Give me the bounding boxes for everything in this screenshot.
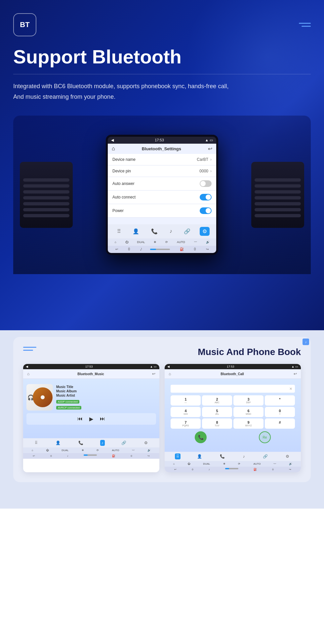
phone-tab-grid[interactable]: ⠿ xyxy=(175,453,181,459)
music-tab-settings[interactable]: ⚙ xyxy=(143,440,149,446)
pc-fan[interactable]: ❄ xyxy=(223,462,225,465)
mc-home[interactable]: ⌂ xyxy=(31,449,33,452)
phone-content: ✕ 1— 2ABC 3DEF xyxy=(165,379,301,452)
setting-auto-answer[interactable]: Auto answer xyxy=(108,177,216,191)
phone-status-bar: ◀ 17:53 ▲ ▭ xyxy=(165,364,301,369)
key-hash[interactable]: # xyxy=(265,418,295,429)
pc-power[interactable]: ⏻ xyxy=(187,462,190,465)
ctrl-home[interactable]: ⌂ xyxy=(114,240,116,244)
album-art: 🎧 xyxy=(26,384,53,411)
tab-link-icon[interactable]: 🔗 xyxy=(181,227,193,236)
tablet-controls-bar: ⌂ ⏻ DUAL ❄ ⟳ AUTO 〰 🔊 xyxy=(108,238,216,246)
phone-home-icon[interactable]: ⌂ xyxy=(167,371,172,377)
auto-connect-toggle[interactable] xyxy=(200,194,212,200)
music-tab-phone[interactable]: 📞 xyxy=(77,440,85,446)
pc-recycle[interactable]: ⟳ xyxy=(238,462,240,465)
tab-grid-icon[interactable]: ⠿ xyxy=(114,227,124,236)
sl-progress[interactable] xyxy=(150,249,170,250)
phone-tab-link[interactable]: 🔗 xyxy=(262,453,269,459)
sl-zero1: 0 xyxy=(128,247,130,251)
music-tab-link[interactable]: 🔗 xyxy=(120,440,128,446)
phone-tab-settings[interactable]: ⚙ xyxy=(284,453,291,459)
music-home-icon[interactable]: ⌂ xyxy=(26,371,31,377)
power-toggle[interactable] xyxy=(200,207,212,214)
back-arrow[interactable]: ◀ xyxy=(111,138,114,142)
ctrl-wave[interactable]: 〰 xyxy=(194,240,197,244)
tablet-nav-bar: ⌂ Bluetooth_Settings ↩ xyxy=(108,144,216,154)
pc-auto: AUTO xyxy=(253,462,261,465)
mc-vol[interactable]: 🔊 xyxy=(147,449,151,452)
setting-device-name[interactable]: Device name CarBT › xyxy=(108,154,216,165)
ps-progress[interactable] xyxy=(225,468,238,469)
key-9[interactable]: 9WXYZ xyxy=(233,418,263,429)
dial-input[interactable]: ✕ xyxy=(171,385,295,393)
music-nav: ⌂ Bluetooth_Music ↩ xyxy=(23,369,159,379)
tab-user-icon[interactable]: 👤 xyxy=(130,227,142,236)
prev-button[interactable]: ⏮ xyxy=(77,416,83,422)
redial-button[interactable]: Re xyxy=(259,431,271,443)
play-button[interactable]: ▶ xyxy=(89,416,93,422)
sl-back: ↩ xyxy=(115,247,118,251)
key-1[interactable]: 1— xyxy=(171,395,201,406)
ctrl-volume[interactable]: 🔊 xyxy=(206,240,210,244)
car-vent-right xyxy=(251,162,304,228)
home-icon[interactable]: ⌂ xyxy=(112,146,115,152)
music-back-icon[interactable]: ↩ xyxy=(151,371,157,377)
key-0[interactable]: 0+ xyxy=(265,407,295,417)
ctrl-power[interactable]: ⏻ xyxy=(125,240,128,244)
ms-progress[interactable] xyxy=(84,454,97,456)
phone-slider-bar: ↩ 0 ♪ ⛽ 0 ↪ xyxy=(165,467,301,472)
mc-wave: 〰 xyxy=(132,449,135,452)
bottom-menu-icon[interactable] xyxy=(23,347,36,351)
ps-note: ♪ xyxy=(209,468,210,471)
sl-forward: ↪ xyxy=(206,247,209,251)
key-5[interactable]: 5JKL xyxy=(202,407,232,417)
key-2[interactable]: 2ABC xyxy=(202,395,232,406)
ps-fuel: ⛽ xyxy=(254,468,257,471)
tab-music-icon[interactable]: ♪ xyxy=(167,227,175,235)
music-tab-user[interactable]: 👤 xyxy=(54,440,62,446)
ctrl-auto[interactable]: AUTO xyxy=(177,240,185,244)
hero-divider xyxy=(13,74,311,74)
key-8[interactable]: 8TUV xyxy=(202,418,232,429)
music-tab-grid[interactable]: ⠿ xyxy=(33,440,39,446)
setting-power[interactable]: Power xyxy=(108,204,216,218)
phone-tab-user[interactable]: 👤 xyxy=(196,453,203,459)
key-7[interactable]: 7PQRS xyxy=(171,418,201,429)
ms-0: 0 xyxy=(50,454,52,457)
auto-answer-toggle[interactable] xyxy=(200,180,212,187)
key-6[interactable]: 6MNO xyxy=(233,407,263,417)
ctrl-recycle[interactable]: ⟳ xyxy=(165,240,168,244)
music-back-arrow[interactable]: ◀ xyxy=(26,365,28,368)
music-badges: A2DP connected AVRCP connected xyxy=(56,398,156,410)
setting-auto-connect[interactable]: Auto connect xyxy=(108,191,216,204)
pc-home[interactable]: ⌂ xyxy=(173,462,175,465)
clear-button[interactable]: ✕ xyxy=(289,387,292,391)
phone-back-arrow[interactable]: ◀ xyxy=(167,365,170,368)
tab-phone-icon[interactable]: 📞 xyxy=(148,227,160,236)
music-tab-music[interactable]: ♪ xyxy=(100,440,105,446)
phone-tab-phone[interactable]: 📞 xyxy=(219,453,226,459)
key-star[interactable]: * xyxy=(265,395,295,406)
key-4[interactable]: 4GHI xyxy=(171,407,201,417)
album-circle xyxy=(33,387,53,407)
music-time: 17:53 xyxy=(85,365,93,368)
menu-icon[interactable] xyxy=(299,23,311,27)
music-screen: ◀ 17:53 ▲ ▭ ⌂ Bluetooth_Music ↩ ♪ xyxy=(23,364,159,472)
ctrl-dual[interactable]: DUAL xyxy=(137,240,145,244)
ctrl-fan[interactable]: ❄ xyxy=(154,240,156,244)
back-icon[interactable]: ↩ xyxy=(208,146,212,152)
call-button[interactable]: 📞 xyxy=(195,431,207,443)
mc-fan[interactable]: ❄ xyxy=(82,449,84,452)
tab-settings-icon[interactable]: ⚙ xyxy=(200,227,210,236)
key-3[interactable]: 3DEF xyxy=(233,395,263,406)
music-content: ♪ 🎧 Music Title Music Album xyxy=(23,379,159,438)
mc-recycle[interactable]: ⟳ xyxy=(97,449,99,452)
phone-tab-music[interactable]: ♪ xyxy=(242,453,246,459)
next-button[interactable]: ⏭ xyxy=(100,416,105,422)
setting-device-pin[interactable]: Device pin 0000 › xyxy=(108,165,216,177)
pc-vol[interactable]: 🔊 xyxy=(289,462,292,465)
phone-back-icon[interactable]: ↩ xyxy=(292,371,298,377)
mc-power[interactable]: ⏻ xyxy=(46,449,49,452)
sl-zero2: 0 xyxy=(194,247,196,251)
